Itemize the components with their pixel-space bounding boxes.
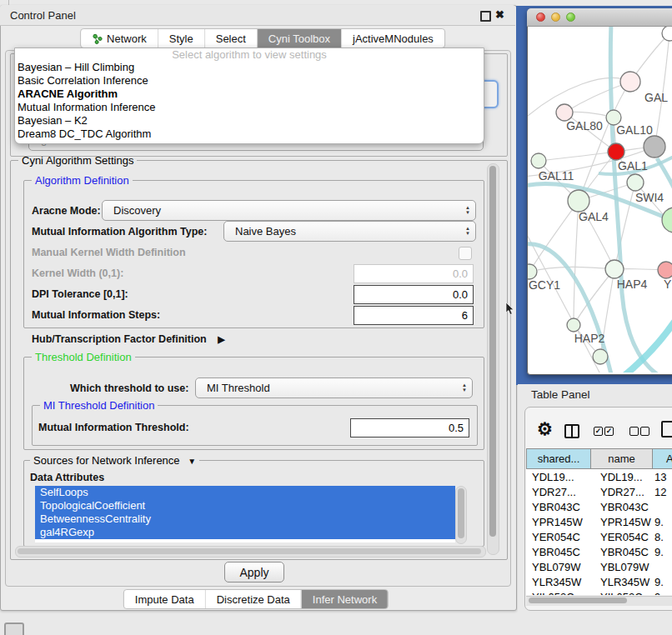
settings-vertical-scrollbar[interactable] xyxy=(487,163,499,555)
scrollbar-thumb[interactable] xyxy=(489,166,496,537)
kernel-width-field[interactable]: 0.0 xyxy=(354,264,474,283)
network-edge[interactable] xyxy=(618,293,672,372)
network-edge[interactable] xyxy=(529,201,579,272)
node-label-gal4: GAL4 xyxy=(579,210,609,223)
tab-cyni-toolbox[interactable]: Cyni Toolbox xyxy=(257,29,341,48)
expand-triangle-icon: ▶ xyxy=(218,334,224,344)
cell: YIL052C xyxy=(526,591,590,596)
scrollbar-thumb[interactable] xyxy=(18,548,481,554)
sources-group-title: Sources for Network Inference xyxy=(33,454,180,467)
panel-title: Control Panel xyxy=(0,9,76,22)
unchecked-box-icon[interactable] xyxy=(629,427,639,436)
sources-group-toggle[interactable]: Sources for Network Inference ▼ xyxy=(30,454,199,467)
mi-type-select[interactable]: Naive Bayes ▲▼ xyxy=(223,221,476,242)
gear-icon[interactable]: ⚙ xyxy=(537,419,553,439)
table-row[interactable]: YBR045CYBR045C9. xyxy=(526,544,672,559)
network-node[interactable] xyxy=(528,264,537,279)
attribute-item-selfloops[interactable]: SelfLoops xyxy=(35,486,455,499)
close-icon[interactable]: ✖ xyxy=(495,8,504,21)
table-row[interactable]: YIL052CYIL052C9 xyxy=(526,589,672,595)
column-header-name[interactable]: name xyxy=(590,448,653,469)
hub-section-toggle[interactable]: Hub/Transcription Factor Definition ▶ xyxy=(32,333,225,345)
checked-box-icon[interactable]: ✓ xyxy=(594,427,603,436)
aracne-mode-select[interactable]: Discovery ▲▼ xyxy=(102,200,476,221)
network-node[interactable] xyxy=(620,72,640,92)
bottom-tab-infer-network[interactable]: Infer Network xyxy=(301,590,388,608)
network-node[interactable] xyxy=(644,136,665,158)
algorithm-option-bayesian-hill-climbing[interactable]: Bayesian – Hill Climbing xyxy=(15,61,484,74)
network-edge[interactable] xyxy=(654,33,669,147)
network-node[interactable] xyxy=(593,349,608,364)
algorithm-option-basic-correlation-inference[interactable]: Basic Correlation Inference xyxy=(15,74,484,88)
network-node[interactable] xyxy=(567,318,580,332)
data-attributes-list[interactable]: SelfLoopsTopologicalCoefficientBetweenne… xyxy=(35,486,455,542)
bottom-tab-discretize-data[interactable]: Discretize Data xyxy=(205,590,301,608)
algorithm-option-bayesian-k2[interactable]: Bayesian – K2 xyxy=(15,114,484,128)
network-node[interactable] xyxy=(556,104,573,121)
mi-threshold-field[interactable]: 0.5 xyxy=(350,418,469,438)
table-row[interactable]: YDR27...YDR27...12 xyxy=(526,484,672,499)
network-node[interactable] xyxy=(662,208,672,232)
network-node[interactable] xyxy=(658,262,672,278)
column-header-a[interactable]: A xyxy=(652,448,672,469)
algorithm-dropdown-list: Select algorithm to view settingsBayesia… xyxy=(14,48,484,144)
close-traffic-light-icon[interactable] xyxy=(536,12,545,22)
unchecked-box-icon[interactable] xyxy=(640,427,649,436)
table-row[interactable]: YDL19...YDL19...13 xyxy=(526,469,672,484)
checked-box-icon[interactable]: ✓ xyxy=(604,427,614,436)
table-row[interactable]: YBL079WYBL079W xyxy=(526,559,672,574)
network-node[interactable] xyxy=(531,153,546,168)
manual-kernel-checkbox[interactable] xyxy=(459,247,472,260)
network-edge[interactable] xyxy=(539,152,616,161)
document-icon[interactable] xyxy=(661,421,672,438)
attribute-item-gal4rgexp[interactable]: gal4RGexp xyxy=(35,526,455,539)
attribute-item-betweennesscentrality[interactable]: BetweennessCentrality xyxy=(35,512,455,526)
table-row[interactable]: YLR345WYLR345W9. xyxy=(526,574,672,589)
tab-style[interactable]: Style xyxy=(158,29,204,48)
tab-select[interactable]: Select xyxy=(204,29,257,48)
columns-icon[interactable] xyxy=(564,424,579,438)
apply-button[interactable]: Apply xyxy=(224,562,284,582)
network-node[interactable] xyxy=(608,143,624,160)
network-edge[interactable] xyxy=(528,227,600,372)
float-window-icon[interactable] xyxy=(480,11,491,22)
which-threshold-select[interactable]: MI Threshold ▲▼ xyxy=(195,378,473,398)
network-window-titlebar[interactable] xyxy=(527,8,672,27)
columns-divider xyxy=(571,426,573,437)
collapsed-panel-fragment[interactable] xyxy=(4,622,24,635)
zoom-traffic-light-icon[interactable] xyxy=(566,12,575,22)
tab-network[interactable]: Network xyxy=(81,29,158,48)
bottom-tab-impute-data[interactable]: Impute Data xyxy=(124,590,205,608)
mi-steps-field[interactable]: 6 xyxy=(354,306,474,325)
cell: 9 xyxy=(652,591,672,596)
tab-jactivemnodules[interactable]: jActiveMNodules xyxy=(341,29,444,48)
table-row[interactable]: YER054CYER054C8. xyxy=(526,529,672,544)
algorithm-option-dream8-dc-tdc-algorithm[interactable]: Dream8 DC_TDC Algorithm xyxy=(15,128,484,141)
table-body: YDL19...YDL19...13YDR27...YDR27...12YBR0… xyxy=(526,469,672,595)
network-node[interactable] xyxy=(568,190,589,212)
network-node[interactable] xyxy=(605,260,624,278)
network-edge[interactable] xyxy=(579,82,630,201)
network-graph-canvas[interactable]: GALGAL80GAL10GAL1GAL11SWI4GAL4YGCY1HAP4H… xyxy=(528,27,672,372)
network-edge[interactable] xyxy=(574,201,579,325)
settings-horizontal-scrollbar[interactable] xyxy=(15,546,486,558)
aracne-mode-value: Discovery xyxy=(113,204,161,217)
mi-type-label: Mutual Information Algorithm Type: xyxy=(32,226,207,238)
attributes-list-scrollbar[interactable] xyxy=(455,486,467,544)
node-label-hap4: HAP4 xyxy=(617,278,648,291)
minimize-traffic-light-icon[interactable] xyxy=(551,12,560,22)
network-node[interactable] xyxy=(662,27,672,41)
algorithm-option-aracne-algorithm[interactable]: ARACNE Algorithm xyxy=(15,88,484,101)
algorithm-option-mutual-information-inference[interactable]: Mutual Information Inference xyxy=(15,101,484,114)
scrollbar-thumb[interactable] xyxy=(458,488,464,538)
table-row[interactable]: YBR043CYBR043C xyxy=(526,499,672,514)
attribute-item-topologicalcoefficient[interactable]: TopologicalCoefficient xyxy=(35,499,455,512)
cell: YBL079W xyxy=(526,561,590,573)
column-header-shared[interactable]: shared... xyxy=(526,448,591,469)
table-row[interactable]: YPR145WYPR145W9. xyxy=(526,514,672,529)
network-node[interactable] xyxy=(627,174,644,191)
cyni-bottom-tabs: Impute DataDiscretize DataInfer Network xyxy=(123,589,389,609)
dpi-tolerance-field[interactable]: 0.0 xyxy=(354,285,474,304)
network-edge[interactable] xyxy=(564,82,630,112)
scrollbar-thumb[interactable] xyxy=(529,598,627,603)
